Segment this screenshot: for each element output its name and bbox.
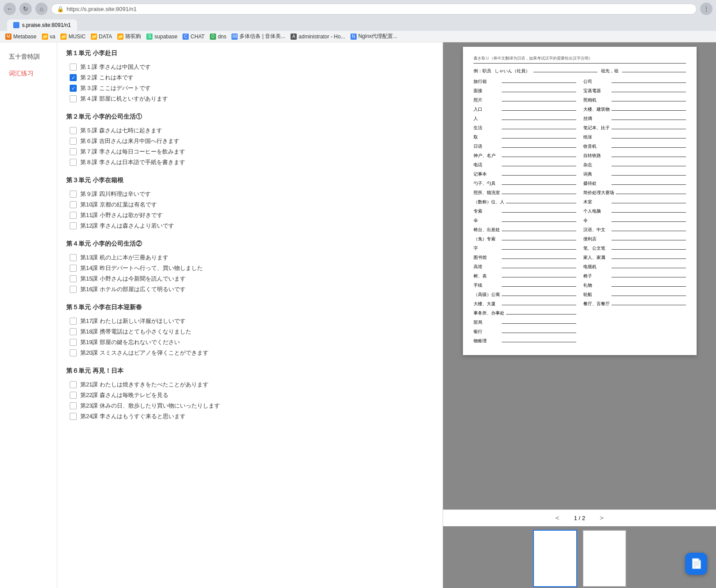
checkbox-4-2[interactable] bbox=[70, 339, 77, 346]
sidebar-item-hiragana[interactable]: 五十音特訓 bbox=[4, 49, 53, 64]
pdf-left-row-20: 高塔 bbox=[474, 263, 576, 270]
lesson-item-4-1[interactable]: 第18課 携帯電話はとても小さくなりました bbox=[70, 326, 434, 337]
pdf-right-row-9: 杂志 bbox=[583, 161, 686, 168]
pdf-word-right-24: 餐厅、百餐厅 bbox=[583, 301, 610, 307]
lesson-label-0-0: 第１課 李さんは中国人です bbox=[80, 63, 151, 71]
pdf-word-right-23: 轮船 bbox=[583, 292, 610, 298]
chat-icon: C bbox=[183, 34, 189, 40]
nginx-icon: N bbox=[351, 34, 357, 40]
checkbox-4-3[interactable] bbox=[70, 349, 77, 356]
checkbox-1-3[interactable] bbox=[70, 159, 77, 166]
lesson-item-5-1[interactable]: 第22課 森さんは毎晩テレビを見る bbox=[70, 390, 434, 401]
checkbox-4-1[interactable] bbox=[70, 328, 77, 335]
lesson-item-0-2[interactable]: 第３課 ここはデパートです bbox=[70, 83, 434, 94]
bookmarks-bar: M Metabase 📁 va 📁 MUSIC 📁 DATA 📁 骆驼购 S s… bbox=[0, 31, 716, 42]
checkbox-1-0[interactable] bbox=[70, 127, 77, 134]
lesson-item-0-3[interactable]: 第４課 部屋に机といすがあります bbox=[70, 94, 434, 104]
bookmark-camel[interactable]: 📁 骆驼购 bbox=[117, 33, 141, 40]
bookmark-admin[interactable]: A administrator - Ho... bbox=[291, 34, 345, 40]
checkbox-2-0[interactable] bbox=[70, 191, 77, 198]
lesson-item-3-1[interactable]: 第14課 昨日デパートへ行って、買い物しました bbox=[70, 263, 434, 273]
bookmark-dns[interactable]: D dns bbox=[210, 34, 226, 40]
checkbox-5-1[interactable] bbox=[70, 392, 77, 399]
bookmark-multi[interactable]: 88 多体信条 | 音体美... bbox=[231, 33, 285, 40]
section-title-4: 第５単元 小李在日本迎新春 bbox=[66, 303, 434, 311]
url-text: https://s.praise.site:8091/n1 bbox=[67, 6, 137, 12]
lesson-item-1-2[interactable]: 第７課 李さんは毎日コーヒーを飲みます bbox=[70, 146, 434, 157]
bookmark-supabase[interactable]: S supabase bbox=[146, 34, 177, 40]
lesson-item-1-1[interactable]: 第６課 吉田さんは来月中国へ行きます bbox=[70, 136, 434, 146]
checkbox-2-1[interactable] bbox=[70, 201, 77, 208]
section-title-2: 第３単元 小李在箱根 bbox=[66, 176, 434, 184]
checkbox-2-3[interactable] bbox=[70, 222, 77, 229]
bookmark-nginx[interactable]: N Nginx代理配置... bbox=[351, 33, 398, 40]
checkbox-3-1[interactable] bbox=[70, 265, 77, 272]
lesson-label-3-1: 第14課 昨日デパートへ行って、買い物しました bbox=[80, 264, 203, 272]
checkbox-0-0[interactable] bbox=[70, 64, 77, 71]
checkbox-5-0[interactable] bbox=[70, 381, 77, 388]
pdf-word-right-16: 汉语、中文 bbox=[583, 227, 610, 233]
pdf-left-row-23: （高级）公寓 bbox=[474, 291, 576, 298]
checkbox-3-3[interactable] bbox=[70, 286, 77, 293]
sidebar-item-vocab[interactable]: 词汇练习 bbox=[4, 66, 53, 81]
pdf-right-row-16: 汉语、中文 bbox=[583, 226, 686, 233]
checkbox-2-2[interactable] bbox=[70, 212, 77, 219]
pdf-thumb-1[interactable] bbox=[533, 530, 577, 587]
checkbox-4-0[interactable] bbox=[70, 318, 77, 325]
pdf-right-row-11: 摄待处 bbox=[583, 180, 686, 187]
lesson-item-5-0[interactable]: 第21課 わたしは焼きすきをたべたことがあります bbox=[70, 379, 434, 390]
active-tab[interactable]: s.praise.site:8091/n1 bbox=[7, 19, 77, 31]
back-button[interactable]: ← bbox=[4, 3, 16, 15]
lesson-item-0-0[interactable]: 第１課 李さんは中国人です bbox=[70, 62, 434, 72]
checkbox-0-1[interactable] bbox=[70, 74, 77, 81]
lesson-item-5-3[interactable]: 第24課 李さんはもうすぐ来ると思います bbox=[70, 411, 434, 422]
checkbox-1-1[interactable] bbox=[70, 138, 77, 145]
lesson-item-0-1[interactable]: 第２課 これは本です bbox=[70, 72, 434, 83]
lesson-item-4-3[interactable]: 第20課 スミスさんはピアノを弾くことができます bbox=[70, 348, 434, 358]
lesson-item-1-3[interactable]: 第８課 李さんは日本語で手紙を書きます bbox=[70, 157, 434, 168]
checkbox-3-2[interactable] bbox=[70, 275, 77, 282]
lesson-label-4-1: 第18課 携帯電話はとても小さくなりました bbox=[80, 328, 191, 336]
pdf-right-row-23: 轮船 bbox=[583, 291, 686, 298]
pdf-next-button[interactable]: ＞ bbox=[598, 513, 605, 523]
bookmark-chat[interactable]: C CHAT bbox=[183, 34, 205, 40]
pdf-prev-button[interactable]: ＜ bbox=[554, 513, 561, 523]
float-action-button[interactable]: 📄 bbox=[685, 553, 707, 575]
reload-button[interactable]: ↻ bbox=[19, 3, 32, 15]
pdf-word-right-5: 笔记本、比子 bbox=[583, 125, 610, 131]
pdf-word-left-18: 字 bbox=[474, 245, 500, 251]
checkbox-5-2[interactable] bbox=[70, 402, 77, 409]
lesson-item-2-1[interactable]: 第10課 京都の紅葉は有名です bbox=[70, 199, 434, 210]
bookmark-data[interactable]: 📁 DATA bbox=[91, 34, 112, 40]
lesson-item-3-0[interactable]: 第13課 机の上に本が三冊あります bbox=[70, 252, 434, 263]
lesson-item-2-0[interactable]: 第９課 四川料理は辛いです bbox=[70, 189, 434, 199]
lesson-item-1-0[interactable]: 第５課 森さんは七時に起きます bbox=[70, 125, 434, 136]
pdf-word-right-1: 宝蒸電器 bbox=[583, 88, 610, 94]
lesson-item-2-3[interactable]: 第12課 李さんは森さんより若いです bbox=[70, 221, 434, 231]
lesson-item-5-2[interactable]: 第23課 休みの日、散歩したり買い物にいったりします bbox=[70, 401, 434, 411]
lesson-label-5-3: 第24課 李さんはもうすぐ来ると思います bbox=[80, 412, 186, 420]
lesson-item-2-2[interactable]: 第11課 小野さんは歌が好きです bbox=[70, 210, 434, 221]
bookmark-music[interactable]: 📁 MUSIC bbox=[60, 34, 86, 40]
pdf-right-row-7: 收音机 bbox=[583, 142, 686, 150]
lesson-item-4-2[interactable]: 第19課 部屋の鍵を忘れないでください bbox=[70, 337, 434, 348]
address-bar[interactable]: 🔒 https://s.praise.site:8091/n1 bbox=[51, 4, 697, 15]
lesson-label-5-2: 第23課 休みの日、散歩したり買い物にいったりします bbox=[80, 402, 220, 410]
bookmark-metabase[interactable]: M Metabase bbox=[5, 34, 37, 40]
more-button[interactable]: ⋮ bbox=[700, 3, 712, 15]
bookmark-va[interactable]: 📁 va bbox=[42, 34, 56, 40]
checkbox-0-2[interactable] bbox=[70, 85, 77, 92]
checkbox-0-3[interactable] bbox=[70, 95, 77, 102]
lesson-label-1-0: 第５課 森さんは七時に起きます bbox=[80, 127, 162, 135]
lesson-label-3-3: 第16課 ホテルの部屋は広くて明るいです bbox=[80, 285, 186, 293]
checkbox-3-0[interactable] bbox=[70, 254, 77, 261]
pdf-thumb-2[interactable] bbox=[582, 530, 626, 587]
lesson-item-3-3[interactable]: 第16課 ホテルの部屋は広くて明るいです bbox=[70, 284, 434, 295]
lesson-item-4-0[interactable]: 第17課 わたしは新しい洋服がほしいです bbox=[70, 316, 434, 326]
lesson-item-3-2[interactable]: 第15課 小野さんは今新聞を読んでいます bbox=[70, 273, 434, 284]
checkbox-5-3[interactable] bbox=[70, 413, 77, 420]
pdf-navigation: ＜ 1 / 2 ＞ bbox=[443, 509, 716, 526]
home-button[interactable]: ⌂ bbox=[35, 3, 48, 15]
checkbox-1-2[interactable] bbox=[70, 148, 77, 155]
pdf-left-row-3: 入口 bbox=[474, 105, 576, 112]
